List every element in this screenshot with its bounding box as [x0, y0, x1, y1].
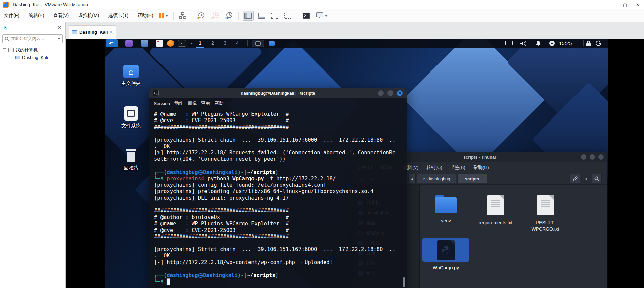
unity-toggle[interactable] — [283, 11, 293, 21]
close-button[interactable]: ✕ — [631, 0, 644, 9]
fullscreen-toggle[interactable] — [270, 11, 280, 21]
vmware-menu-item[interactable]: 文件(F) — [4, 13, 19, 19]
breadcrumb-home-label: dashingbug — [427, 176, 450, 181]
search-button[interactable] — [592, 174, 602, 183]
desktop-icon-trash[interactable]: 回收站 — [112, 149, 149, 171]
terminal-scrollbar[interactable] — [403, 277, 405, 287]
thunar-menu-item[interactable]: 转到(G) — [426, 164, 442, 171]
logout-icon[interactable] — [595, 39, 601, 48]
terminal-line: # @cve : CVE-2021-25003 # — [154, 117, 402, 124]
breadcrumb-current-button[interactable]: scripts — [457, 174, 487, 183]
pause-icon — [159, 13, 164, 18]
terminal-window-title: dashingbug@Dashingkali: ~/scripts — [241, 91, 315, 96]
tree-item-my-computer[interactable]: − 我的计算机 — [0, 46, 65, 54]
terminal-menubar: Session动作编辑查看帮助 — [149, 98, 407, 108]
terminal-line: [proxychains] DLL init: proxychains-ng 4… — [154, 195, 402, 201]
terminal-output[interactable]: # @name : WP Plugins WPCargo Exploiter #… — [149, 108, 407, 285]
terminal-close-button[interactable]: ✕ — [397, 90, 403, 96]
text-editor-app-icon[interactable] — [156, 40, 163, 47]
snapshot-revert-button[interactable] — [210, 11, 221, 21]
power-manager-tray-icon[interactable] — [549, 39, 555, 48]
notifications-tray-icon[interactable] — [536, 39, 541, 48]
workspace-button[interactable]: 2 — [208, 39, 217, 48]
rename-path-button[interactable] — [570, 174, 580, 183]
breadcrumb-home-button[interactable]: ⌂ dashingbug — [417, 174, 456, 183]
trash-icon — [125, 149, 137, 163]
terminal-line: ########################################… — [154, 234, 402, 240]
panel-separator — [121, 40, 121, 46]
terminal-window-icon — [255, 41, 261, 46]
workspace-button[interactable]: 3 — [221, 39, 229, 48]
snapshot-revert-icon — [211, 12, 219, 19]
terminal-maximize-button[interactable] — [387, 90, 393, 96]
search-icon — [594, 176, 599, 181]
terminal-menu-item[interactable]: 编辑 — [188, 100, 197, 106]
desktop-icon-home[interactable]: ⌂ 主文件夹 — [112, 65, 149, 87]
thunar-menu-item[interactable]: 帮助(H) — [473, 164, 489, 171]
snapshot-take-button[interactable] — [196, 11, 207, 21]
appearance-app-icon[interactable] — [125, 40, 133, 47]
thunar-menu-item[interactable]: 书签(B) — [450, 164, 465, 171]
terminal-menu-item[interactable]: 查看 — [201, 100, 210, 106]
minimize-button[interactable]: – — [606, 0, 618, 9]
screen: Dashing_Kali - VMware Workstation – ▢ ✕ … — [0, 0, 644, 288]
kali-menu-button[interactable] — [106, 39, 118, 47]
vmware-menu-item[interactable]: 查看(V) — [53, 13, 69, 19]
pause-resume-button[interactable] — [158, 11, 169, 21]
file-name: venv — [441, 218, 451, 224]
terminal-line — [154, 266, 402, 272]
breadcrumb-scroll-left-button[interactable]: ◂ — [408, 174, 416, 183]
file-item[interactable]: WpCargo.py — [421, 236, 471, 281]
terminal-menu-item[interactable]: 动作 — [174, 100, 183, 106]
vmware-logo-icon — [3, 2, 9, 8]
library-close-icon[interactable]: ✕ — [58, 25, 61, 30]
display-settings-button[interactable] — [314, 11, 329, 21]
show-library-toggle[interactable] — [243, 11, 254, 21]
panel-clock[interactable]: 15:25 — [559, 39, 572, 48]
chevron-down-icon — [165, 15, 168, 17]
network-topology-button[interactable] — [178, 11, 188, 21]
file-item[interactable]: requirements.txt — [471, 191, 520, 236]
terminal-app-icon[interactable]: >_ — [178, 40, 186, 47]
volume-tray-icon[interactable] — [520, 39, 526, 48]
file-manager-app-icon[interactable] — [141, 40, 148, 47]
kali-dragon-icon — [108, 41, 115, 46]
maximize-button[interactable]: ▢ — [618, 0, 631, 9]
vmware-menu-item[interactable]: 编辑(E) — [29, 13, 44, 19]
taskbar-terminal-window[interactable] — [252, 40, 264, 47]
chevron-down-icon — [325, 15, 328, 17]
thunar-minimize-button[interactable] — [581, 154, 586, 160]
terminal-menu-item[interactable]: 帮助 — [215, 100, 224, 106]
library-search-input[interactable]: 在此处键入内容... — [2, 34, 63, 43]
console-view-button[interactable] — [301, 11, 311, 21]
display-icon — [316, 12, 324, 19]
terminal-titlebar[interactable]: >_ dashingbug@Dashingkali: ~/scripts ✕ — [149, 88, 407, 98]
thunar-maximize-button[interactable] — [590, 154, 595, 160]
lock-screen-icon[interactable] — [586, 39, 591, 48]
vmware-menu-item[interactable]: 选项卡(T) — [108, 13, 128, 19]
file-name: RESULT-WPCRGO.txt — [531, 220, 559, 232]
snapshot-manager-button[interactable] — [224, 11, 234, 21]
terminal-menu-item[interactable]: Session — [154, 101, 170, 106]
terminal-minimize-button[interactable] — [378, 90, 384, 96]
chevron-down-icon[interactable] — [190, 43, 193, 44]
workspace-switcher: 1234 — [196, 39, 245, 48]
expander-icon[interactable]: − — [3, 48, 6, 52]
taskbar-thunar-window[interactable] — [266, 40, 277, 47]
tree-item-dashing-kali[interactable]: Dashing_Kali — [0, 54, 65, 61]
vmware-menu-item[interactable]: 帮助(H) — [137, 13, 153, 19]
workspace-button[interactable]: 4 — [233, 39, 242, 48]
file-item[interactable]: venv — [421, 191, 471, 236]
vmware-menu-item[interactable]: 虚拟机(M) — [78, 13, 99, 19]
workspace-button[interactable]: 1 — [196, 39, 204, 48]
file-item[interactable]: RESULT-WPCRGO.txt — [520, 191, 570, 236]
tab-dashing-kali[interactable]: Dashing_Kali ✕ — [69, 25, 116, 39]
thunar-close-button[interactable] — [598, 154, 604, 160]
chevron-down-icon[interactable] — [58, 38, 60, 40]
breadcrumb-scroll-right-icon[interactable]: ▸ — [582, 175, 591, 183]
display-tray-icon[interactable] — [505, 39, 513, 48]
desktop-icon-filesystem[interactable]: 文件系统 — [112, 106, 149, 129]
firefox-app-icon[interactable] — [167, 40, 174, 47]
show-thumbnail-bar-toggle[interactable] — [257, 11, 267, 21]
tab-close-icon[interactable]: ✕ — [109, 30, 113, 35]
